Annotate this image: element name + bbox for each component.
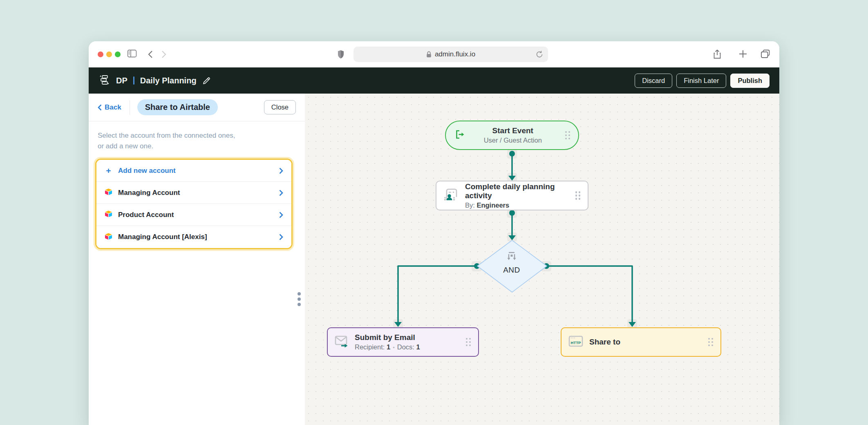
app-header: DP Daily Planning Discard Finish Later P… xyxy=(89,67,779,94)
close-window-icon[interactable] xyxy=(98,51,103,57)
header-divider xyxy=(130,100,130,115)
reload-icon[interactable] xyxy=(536,50,543,60)
node-title: Submit by Email xyxy=(355,333,455,342)
new-tab-icon[interactable] xyxy=(738,49,747,60)
gateway-label: AND xyxy=(487,266,536,275)
chevron-right-icon[interactable] xyxy=(279,168,283,174)
back-link[interactable]: Back xyxy=(98,103,121,112)
panel-title: Share to Airtable xyxy=(137,99,218,115)
split-icon xyxy=(505,257,518,264)
chevron-right-icon[interactable] xyxy=(279,190,283,196)
close-button[interactable]: Close xyxy=(264,100,296,114)
forward-icon[interactable] xyxy=(161,50,167,60)
account-row-managing-alexis[interactable]: Managing Account [Alexis] xyxy=(96,226,291,248)
activity-node[interactable]: Complete daily planning activity By: Eng… xyxy=(436,181,588,210)
node-subtitle: User / Guest Action xyxy=(465,136,560,144)
airtable-icon xyxy=(105,210,112,219)
workflow-icon xyxy=(98,74,110,87)
chevron-right-icon[interactable] xyxy=(279,234,283,240)
lock-icon xyxy=(426,51,432,58)
start-event-icon xyxy=(455,129,465,141)
browser-window: admin.fluix.io xyxy=(89,41,779,425)
url-text: admin.fluix.io xyxy=(435,50,475,58)
account-list: + Add new account Managing Accoun xyxy=(95,159,293,249)
drag-handle-icon[interactable] xyxy=(565,131,570,140)
panel-description: Select the account from the connected on… xyxy=(98,130,296,151)
chevron-left-icon xyxy=(98,104,102,111)
account-row-managing[interactable]: Managing Account xyxy=(96,182,291,204)
start-event-node[interactable]: Start Event User / Guest Action xyxy=(445,121,579,150)
workflow-canvas: Start Event User / Guest Action xyxy=(305,94,779,425)
publish-button[interactable]: Publish xyxy=(730,74,770,88)
share-to-airtable-panel: Back Share to Airtable Close Select the … xyxy=(89,94,305,425)
share-icon[interactable] xyxy=(713,49,721,61)
email-icon xyxy=(334,335,349,349)
discard-button[interactable]: Discard xyxy=(635,74,672,88)
node-title: Share to xyxy=(589,338,698,347)
drag-handle-icon[interactable] xyxy=(708,338,714,347)
submit-by-email-node[interactable]: Submit by Email Recipient: 1•Docs: 1 xyxy=(327,327,479,357)
browser-toolbar: admin.fluix.io xyxy=(89,41,779,67)
sidebar-toggle-icon[interactable] xyxy=(127,49,137,59)
shield-icon[interactable] xyxy=(337,50,345,60)
plus-icon: + xyxy=(105,166,112,176)
drag-handle-icon[interactable] xyxy=(466,338,471,347)
tab-overview-icon[interactable] xyxy=(761,49,770,60)
panel-resize-handle[interactable] xyxy=(298,292,301,306)
finish-later-button[interactable]: Finish Later xyxy=(676,74,726,88)
svg-text:HTTP: HTTP xyxy=(571,340,581,345)
chevron-right-icon[interactable] xyxy=(279,212,283,218)
and-gateway-node[interactable]: AND xyxy=(487,251,536,275)
back-icon[interactable] xyxy=(148,50,153,60)
title-separator xyxy=(133,76,134,85)
node-subtitle: By: Engineers xyxy=(465,201,565,209)
node-subtitle: Recipient: 1•Docs: 1 xyxy=(355,343,455,351)
account-row-product[interactable]: Product Account xyxy=(96,204,291,226)
drag-handle-icon[interactable] xyxy=(575,191,581,200)
panel-header: Back Share to Airtable Close xyxy=(89,94,305,121)
edit-title-icon[interactable] xyxy=(202,76,211,85)
traffic-lights[interactable] xyxy=(98,51,121,57)
zoom-window-icon[interactable] xyxy=(115,51,121,57)
airtable-icon xyxy=(105,233,112,242)
add-new-account-row[interactable]: + Add new account xyxy=(96,160,291,182)
node-title: Start Event xyxy=(465,126,560,135)
minimize-window-icon[interactable] xyxy=(106,51,112,57)
user-task-icon xyxy=(443,187,459,204)
workflow-initials: DP xyxy=(116,76,128,85)
node-title: Complete daily planning activity xyxy=(465,182,565,200)
workflow-title: Daily Planning xyxy=(140,76,197,85)
url-bar[interactable]: admin.fluix.io xyxy=(353,47,548,62)
share-to-node[interactable]: HTTP Share to xyxy=(561,327,721,357)
airtable-icon xyxy=(105,188,112,197)
back-label: Back xyxy=(105,103,121,112)
http-icon: HTTP xyxy=(568,335,584,349)
